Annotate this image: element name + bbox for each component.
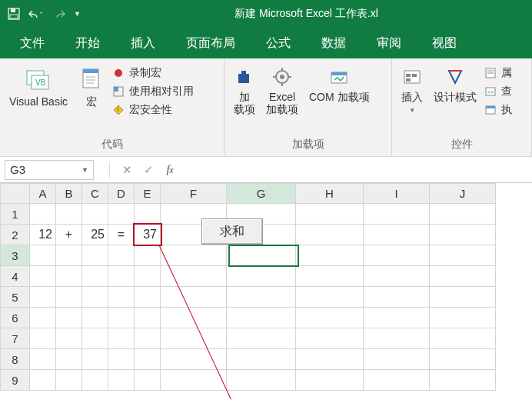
cell-H2[interactable] xyxy=(296,225,364,245)
macros-button[interactable]: 宏 xyxy=(75,63,108,108)
col-header-F[interactable]: F xyxy=(161,184,227,204)
qat-dropdown-icon[interactable]: ▼ xyxy=(74,10,81,18)
cell-H5[interactable] xyxy=(296,287,364,308)
cell-B7[interactable] xyxy=(56,328,82,349)
cell-D8[interactable] xyxy=(108,349,135,370)
tab-formulas[interactable]: 公式 xyxy=(251,28,306,58)
cell-E2[interactable]: 37 xyxy=(135,225,161,245)
cell-F9[interactable] xyxy=(161,370,227,391)
cell-A7[interactable] xyxy=(30,328,56,349)
tab-file[interactable]: 文件 xyxy=(5,28,60,58)
cell-B1[interactable] xyxy=(56,204,82,225)
redo-icon[interactable] xyxy=(51,8,66,19)
cell-B4[interactable] xyxy=(56,266,82,287)
row-header-3[interactable]: 3 xyxy=(1,245,30,266)
cell-C5[interactable] xyxy=(82,287,108,308)
tab-pagelayout[interactable]: 页面布局 xyxy=(171,28,251,58)
cell-I2[interactable] xyxy=(364,225,430,245)
cell-I7[interactable] xyxy=(364,328,430,349)
row-header-4[interactable]: 4 xyxy=(1,266,30,287)
view-code-button[interactable]: <> 查 xyxy=(484,85,512,98)
tab-home[interactable]: 开始 xyxy=(60,28,115,58)
cell-G8[interactable] xyxy=(227,349,296,370)
cell-B5[interactable] xyxy=(56,287,82,308)
cell-D7[interactable] xyxy=(108,328,135,349)
cell-C4[interactable] xyxy=(82,266,108,287)
cell-D9[interactable] xyxy=(108,370,135,391)
cell-A8[interactable] xyxy=(30,349,56,370)
col-header-A[interactable]: A xyxy=(30,184,56,204)
name-box[interactable]: G3 ▼ xyxy=(5,160,94,180)
cell-H8[interactable] xyxy=(296,349,364,370)
cell-E6[interactable] xyxy=(135,308,161,328)
cell-D2[interactable]: = xyxy=(108,225,135,245)
cell-A3[interactable] xyxy=(30,245,56,266)
cell-B9[interactable] xyxy=(56,370,82,391)
tab-insert[interactable]: 插入 xyxy=(115,28,171,58)
cell-I4[interactable] xyxy=(364,266,430,287)
cell-E8[interactable] xyxy=(135,349,161,370)
cell-A4[interactable] xyxy=(30,266,56,287)
record-macro-button[interactable]: 录制宏 xyxy=(112,66,194,80)
row-header-8[interactable]: 8 xyxy=(1,349,30,370)
col-header-E[interactable]: E xyxy=(135,184,161,204)
cell-C7[interactable] xyxy=(82,328,108,349)
com-addins-button[interactable]: COM 加载项 xyxy=(306,63,373,103)
save-icon[interactable] xyxy=(8,8,20,20)
cell-F3[interactable] xyxy=(161,245,227,266)
cell-E7[interactable] xyxy=(135,328,161,349)
cell-J2[interactable] xyxy=(430,225,496,245)
cell-G4[interactable] xyxy=(227,266,296,287)
col-header-H[interactable]: H xyxy=(296,184,364,204)
formula-input[interactable] xyxy=(181,160,532,180)
row-header-1[interactable]: 1 xyxy=(1,204,30,225)
cell-H7[interactable] xyxy=(296,328,364,349)
addins-button[interactable]: 加 载项 xyxy=(231,63,258,115)
cell-J8[interactable] xyxy=(430,349,496,370)
properties-button[interactable]: 属 xyxy=(484,66,512,80)
cell-C6[interactable] xyxy=(82,308,108,328)
chevron-down-icon[interactable]: ▼ xyxy=(81,166,88,174)
cell-J3[interactable] xyxy=(430,245,496,266)
run-dialog-button[interactable]: 执 xyxy=(484,103,512,117)
cell-C3[interactable] xyxy=(82,245,108,266)
cell-G9[interactable] xyxy=(227,370,296,391)
cell-I5[interactable] xyxy=(364,287,430,308)
cell-I8[interactable] xyxy=(364,349,430,370)
cell-H1[interactable] xyxy=(296,204,364,225)
design-mode-button[interactable]: 设计模式 xyxy=(431,63,480,103)
insert-control-button[interactable]: 插入 ▾ xyxy=(398,63,426,114)
cancel-formula-button[interactable]: ✕ xyxy=(116,163,138,177)
cell-J4[interactable] xyxy=(430,266,496,287)
cell-H3[interactable] xyxy=(296,245,364,266)
cell-G7[interactable] xyxy=(227,328,296,349)
cell-C2[interactable]: 25 xyxy=(82,225,108,245)
cell-C1[interactable] xyxy=(82,204,108,225)
cell-H9[interactable] xyxy=(296,370,364,391)
relative-ref-button[interactable]: 使用相对引用 xyxy=(112,85,194,98)
row-header-9[interactable]: 9 xyxy=(1,370,30,391)
cell-H4[interactable] xyxy=(296,266,364,287)
cell-E5[interactable] xyxy=(135,287,161,308)
cell-A6[interactable] xyxy=(30,308,56,328)
visual-basic-button[interactable]: VB Visual Basic xyxy=(6,63,71,108)
cell-B3[interactable] xyxy=(56,245,82,266)
cell-H6[interactable] xyxy=(296,308,364,328)
cell-F8[interactable] xyxy=(161,349,227,370)
cell-A5[interactable] xyxy=(30,287,56,308)
cell-D5[interactable] xyxy=(108,287,135,308)
enter-formula-button[interactable]: ✓ xyxy=(138,163,159,177)
cell-F4[interactable] xyxy=(161,266,227,287)
cell-D6[interactable] xyxy=(108,308,135,328)
col-header-I[interactable]: I xyxy=(364,184,430,204)
cell-D4[interactable] xyxy=(108,266,135,287)
cell-E4[interactable] xyxy=(135,266,161,287)
cell-D3[interactable] xyxy=(108,245,135,266)
cell-F5[interactable] xyxy=(161,287,227,308)
cell-I6[interactable] xyxy=(364,308,430,328)
cell-F6[interactable] xyxy=(161,308,227,328)
excel-addins-button[interactable]: Excel 加载项 xyxy=(263,63,301,115)
cell-I3[interactable] xyxy=(364,245,430,266)
select-all-corner[interactable] xyxy=(1,184,30,204)
row-header-7[interactable]: 7 xyxy=(1,328,30,349)
